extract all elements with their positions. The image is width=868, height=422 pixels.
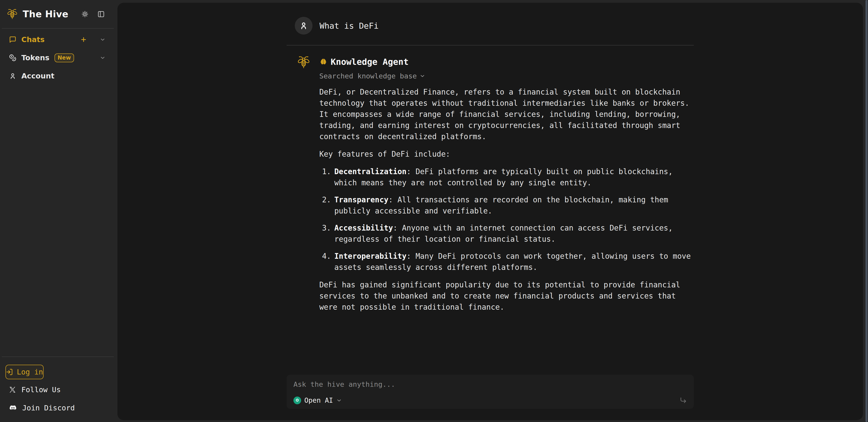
chat-input[interactable]: [293, 380, 687, 390]
join-discord-label: Join Discord: [22, 403, 75, 412]
chat-panel: What is DeFi: [117, 3, 863, 420]
scrollbar-thumb[interactable]: [866, 0, 868, 422]
model-label: Open AI: [304, 396, 333, 404]
chevron-down-icon: [420, 73, 425, 79]
sidebar: The Hive: [0, 0, 117, 422]
agent-avatar: [287, 54, 319, 319]
list-number: 1.: [322, 166, 331, 177]
response-paragraph: DeFi, or Decentralized Finance, refers t…: [319, 86, 694, 142]
list-term: Interoperability: [334, 252, 406, 260]
list-item: 2.Transparency: All transactions are rec…: [319, 194, 694, 217]
list-number: 2.: [322, 194, 331, 205]
x-twitter-icon: [9, 386, 16, 393]
login-button[interactable]: Log in: [5, 365, 43, 379]
corner-down-right-arrow-icon: [679, 397, 687, 404]
follow-us-label: Follow Us: [21, 385, 61, 394]
openai-icon: [293, 397, 301, 404]
brain-icon: [319, 58, 328, 66]
user-icon: [9, 72, 17, 80]
message-divider: [287, 45, 694, 46]
panel-left-icon: [97, 10, 105, 18]
sidebar-item-label: Tokens: [21, 53, 50, 62]
sidebar-item-account[interactable]: Account: [0, 67, 117, 85]
response-paragraph: DeFi has gained significant popularity d…: [319, 279, 694, 313]
list-item: 1.Decentralization: DeFi platforms are t…: [319, 166, 694, 188]
list-term: Decentralization: [334, 167, 406, 176]
chevron-down-icon: [336, 397, 342, 403]
login-icon: [6, 368, 13, 375]
bee-logo-icon: [297, 54, 319, 71]
coins-icon: [9, 54, 17, 61]
new-badge: New: [55, 53, 74, 62]
user-message: What is DeFi: [287, 17, 694, 34]
sidebar-header: The Hive: [0, 0, 117, 28]
chats-expand-button[interactable]: [100, 37, 105, 43]
model-selector[interactable]: Open AI: [293, 396, 342, 404]
app-title: The Hive: [23, 9, 72, 19]
list-term: Accessibility: [334, 224, 393, 232]
response-list-intro: Key features of DeFi include:: [319, 148, 694, 160]
app-window: The Hive: [0, 0, 868, 422]
discord-icon: [9, 404, 17, 412]
message-list: What is DeFi: [117, 3, 863, 375]
sidebar-nav: Chats: [0, 29, 117, 87]
sidebar-item-label: Account: [21, 72, 55, 80]
new-chat-button[interactable]: [80, 36, 87, 43]
sidebar-item-tokens[interactable]: Tokens New: [0, 49, 117, 67]
sidebar-collapse-button[interactable]: [97, 10, 105, 18]
chevron-down-icon: [100, 55, 105, 61]
sidebar-footer: Log in Follow Us Join: [0, 357, 117, 422]
join-discord-link[interactable]: Join Discord: [0, 399, 117, 417]
page-scrollbar: [866, 0, 868, 422]
user-message-text: What is DeFi: [319, 21, 379, 30]
login-label: Log in: [17, 368, 43, 376]
sidebar-item-label: Chats: [21, 35, 44, 44]
list-item: 3.Accessibility: Anyone with an internet…: [319, 222, 694, 245]
composer: Open AI: [287, 375, 694, 409]
send-button[interactable]: [679, 397, 687, 404]
list-item: 4.Interoperability: Many DeFi protocols …: [319, 251, 694, 273]
list-term: Transparency: [334, 195, 389, 204]
sidebar-item-chats[interactable]: Chats: [0, 30, 117, 49]
sun-icon: [81, 10, 89, 18]
agent-header: Knowledge Agent: [319, 57, 694, 67]
chevron-down-icon: [100, 37, 105, 43]
chat-bubble-icon: [9, 36, 17, 43]
user-icon: [299, 21, 308, 30]
follow-us-link[interactable]: Follow Us: [0, 381, 117, 399]
composer-area: Open AI: [117, 375, 863, 420]
agent-status-toggle[interactable]: Searched knowledge base: [319, 72, 425, 80]
user-avatar: [295, 17, 312, 34]
agent-message: Knowledge Agent Searched knowledge base …: [287, 54, 694, 319]
tokens-expand-button[interactable]: [100, 55, 105, 61]
list-number: 4.: [322, 251, 331, 262]
theme-toggle-button[interactable]: [81, 10, 89, 18]
plus-icon: [80, 36, 87, 43]
agent-response: DeFi, or Decentralized Finance, refers t…: [319, 86, 694, 313]
agent-name: Knowledge Agent: [331, 57, 409, 67]
agent-status-text: Searched knowledge base: [319, 72, 417, 80]
list-number: 3.: [322, 222, 331, 233]
bee-logo-icon: [6, 7, 18, 21]
